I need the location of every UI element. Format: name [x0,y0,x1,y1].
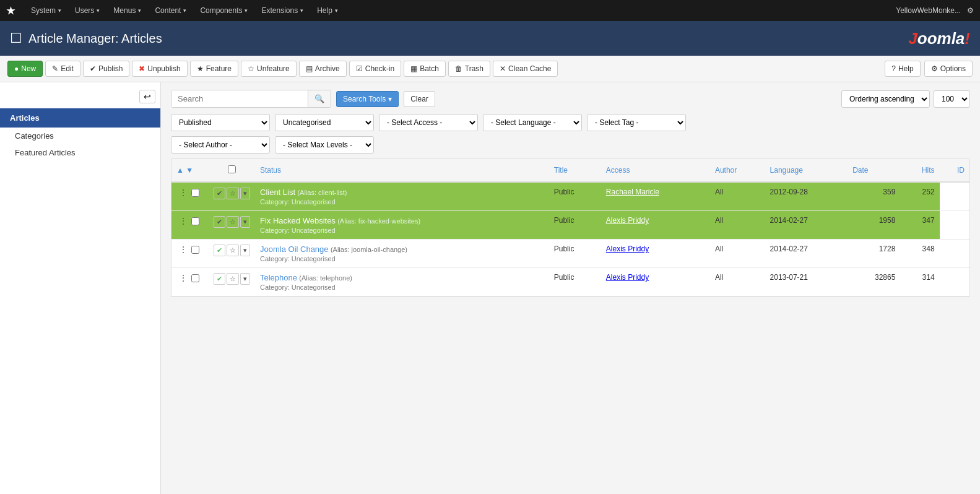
th-access[interactable]: Access [601,159,710,182]
dropdown-chevron-icon: ▾ [388,95,392,103]
maxlevels-filter[interactable]: - Select Max Levels - [275,136,374,154]
featured-toggle[interactable]: ☆ [227,245,239,256]
sort-up-icon[interactable]: ▲ [176,166,184,175]
clean-cache-button[interactable]: ✕ Clean Cache [493,61,558,77]
category-filter[interactable]: Uncategorised [275,114,374,131]
published-toggle[interactable]: ✔ [214,216,225,228]
batch-icon: ▦ [410,64,417,73]
article-title-link[interactable]: Joomla Oil Change [260,245,329,254]
page-header: ☐ Article Manager: Articles Joomla! [0,21,980,56]
nav-users[interactable]: Users ▾ [69,0,106,21]
th-title[interactable]: Title [549,159,601,182]
row-title-cell: Telephone (Alias: telephone) Category: U… [255,268,549,297]
nav-extensions[interactable]: Extensions ▾ [255,0,310,21]
row-checkbox[interactable] [191,217,199,225]
author-link[interactable]: Alexis Priddy [606,273,649,282]
tag-filter[interactable]: - Select Tag - [587,114,686,131]
sidebar-item-categories[interactable]: Categories [0,128,160,144]
article-title-link[interactable]: Fix Hacked Websites [260,216,336,225]
row-menu-button[interactable]: ⋮ [176,245,190,254]
edit-button[interactable]: ✎ Edit [45,61,80,77]
search-tools-button[interactable]: Search Tools ▾ [336,91,399,107]
unpublish-button[interactable]: ✖ Unpublish [132,61,187,77]
clear-button[interactable]: Clear [404,91,435,107]
sidebar-item-articles[interactable]: Articles [0,108,160,128]
article-title-link[interactable]: Client List [260,188,295,197]
row-author-cell: Alexis Priddy [601,268,710,297]
published-toggle[interactable]: ✔ [214,188,225,199]
more-toggle[interactable]: ▾ [240,216,250,228]
archive-button[interactable]: ▤ Archive [299,61,347,77]
status-filter[interactable]: Published Unpublished Trashed [171,114,270,131]
sidebar: ↩ Articles Categories Featured Articles [0,82,161,494]
articles-table: ▲ ▼ Status Title Access Author Language … [171,159,969,297]
new-button[interactable]: ● New [7,61,43,77]
th-status[interactable]: Status [255,159,549,182]
more-toggle[interactable]: ▾ [240,245,250,256]
sidebar-item-featured[interactable]: Featured Articles [0,144,160,161]
article-title-link[interactable]: Telephone [260,273,297,282]
sidebar-toggle-button[interactable]: ↩ [139,90,155,103]
row-checkbox[interactable] [191,246,199,254]
checkin-icon: ☑ [356,64,363,73]
th-hits[interactable]: Hits [900,159,939,182]
row-actions-cell: ⋮ [171,268,209,297]
page-title: Article Manager: Articles [28,32,162,46]
row-date-cell: 2013-07-21 [765,268,848,297]
published-toggle[interactable]: ✔ [214,245,225,256]
ordering-select[interactable]: Ordering ascending [841,90,930,108]
row-hits-cell: 32865 [848,268,900,297]
nav-components[interactable]: Components ▾ [194,0,254,21]
table-row: ⋮ ✔ ☆ ▾ [171,211,969,240]
th-author[interactable]: Author [710,159,765,182]
sort-down-icon[interactable]: ▼ [186,166,193,175]
search-bar: 🔍 Search Tools ▾ Clear Ordering ascendin… [171,90,970,108]
row-checkbox[interactable] [191,274,199,282]
select-all-checkbox[interactable] [228,165,236,173]
settings-icon[interactable]: ⚙ [967,6,974,15]
published-toggle[interactable]: ✔ [214,273,225,285]
nav-content[interactable]: Content ▾ [149,0,193,21]
checkin-button[interactable]: ☑ Check-in [349,61,401,77]
nav-system[interactable]: System ▾ [25,0,67,21]
more-toggle[interactable]: ▾ [240,273,250,285]
nav-help[interactable]: Help ▾ [311,0,344,21]
publish-button[interactable]: ✔ Publish [83,61,129,77]
search-input-wrap: 🔍 [171,90,331,108]
author-link[interactable]: Alexis Priddy [606,245,649,253]
table-row: ⋮ ✔ ☆ ▾ [171,240,969,268]
edit-icon: ✎ [52,64,58,73]
help-button[interactable]: ? Help [885,61,920,77]
per-page-select[interactable]: 100 [934,90,970,108]
language-filter[interactable]: - Select Language - [483,114,582,131]
unfeature-button[interactable]: ☆ Unfeature [241,61,297,77]
sort-controls: Ordering ascending 100 [841,90,970,108]
featured-toggle[interactable]: ☆ [227,188,239,199]
access-filter[interactable]: - Select Access - [379,114,478,131]
featured-toggle[interactable]: ☆ [227,273,239,285]
nav-menus[interactable]: Menus ▾ [107,0,147,21]
row-checkbox[interactable] [191,189,199,197]
row-menu-button[interactable]: ⋮ [176,216,190,226]
row-menu-button[interactable]: ⋮ [176,273,190,283]
th-language[interactable]: Language [765,159,848,182]
topbar-username[interactable]: YellowWebMonke... [896,6,961,15]
trash-button[interactable]: 🗑 Trash [448,61,490,77]
caret-icon: ▾ [183,7,186,14]
row-id-cell: 252 [900,182,939,211]
row-status-buttons: ✔ ☆ ▾ [214,216,250,228]
author-link[interactable]: Alexis Priddy [606,216,649,225]
th-date[interactable]: Date [848,159,900,182]
options-button[interactable]: ⚙ Options [924,61,973,77]
search-input[interactable] [171,90,308,107]
row-menu-button[interactable]: ⋮ [176,188,190,197]
article-manager-icon: ☐ [10,30,22,46]
more-toggle[interactable]: ▾ [240,188,250,199]
featured-toggle[interactable]: ☆ [227,216,239,228]
search-submit-button[interactable]: 🔍 [308,90,331,107]
author-filter[interactable]: - Select Author - [171,136,270,154]
th-id[interactable]: ID [940,159,969,182]
batch-button[interactable]: ▦ Batch [404,61,446,77]
feature-button[interactable]: ★ Feature [190,61,238,77]
author-link[interactable]: Rachael Maricle [606,188,659,196]
